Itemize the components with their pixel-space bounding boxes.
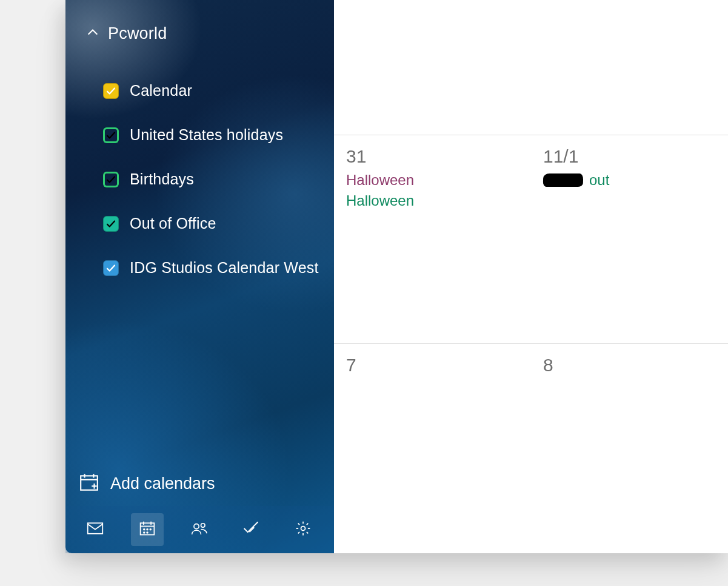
calendar-cell[interactable]: 7 <box>334 343 531 553</box>
calendar-item-label: Birthdays <box>130 170 194 188</box>
calendar-cell[interactable]: 11/1 out <box>531 135 728 343</box>
bottom-nav <box>65 506 334 553</box>
day-number: 31 <box>346 146 519 167</box>
calendar-event[interactable]: Halloween <box>346 172 519 189</box>
mail-button[interactable] <box>79 513 112 546</box>
day-number: 7 <box>346 355 519 376</box>
day-number: 11/1 <box>543 146 716 167</box>
calendar-list: CalendarUnited States holidaysBirthdaysO… <box>65 69 334 290</box>
event-text: Halloween <box>346 192 414 209</box>
calendar-row: 78 <box>334 343 728 553</box>
calendar-icon <box>139 520 156 539</box>
calendar-item-label: IDG Studios Calendar West <box>130 259 319 277</box>
calendar-item-label: Out of Office <box>130 215 216 232</box>
add-calendars-button[interactable]: Add calendars <box>65 463 334 503</box>
calendar-item[interactable]: Calendar <box>65 69 334 113</box>
calendar-item[interactable]: United States holidays <box>65 113 334 157</box>
gear-icon <box>295 520 312 539</box>
redacted-text <box>543 173 584 187</box>
calendar-item-label: Calendar <box>130 82 192 99</box>
event-text: out <box>589 172 609 189</box>
calendar-checkbox[interactable] <box>103 216 119 232</box>
calendar-item[interactable]: IDG Studios Calendar West <box>65 246 334 290</box>
todo-icon <box>242 520 259 539</box>
calendar-row <box>334 0 728 135</box>
calendar-row: 31HalloweenHalloween11/1 out <box>334 135 728 343</box>
calendar-event[interactable]: out <box>543 172 716 189</box>
settings-button[interactable] <box>287 513 319 546</box>
chevron-up-icon <box>86 26 99 42</box>
todo-button[interactable] <box>235 513 267 546</box>
calendar-button[interactable] <box>131 513 164 546</box>
calendar-cell[interactable]: 31HalloweenHalloween <box>334 135 531 343</box>
calendar-item[interactable]: Out of Office <box>65 201 334 246</box>
svg-point-18 <box>301 527 306 531</box>
svg-point-16 <box>193 524 198 529</box>
calendar-item[interactable]: Birthdays <box>65 157 334 201</box>
calendar-cell[interactable] <box>334 0 531 135</box>
svg-rect-0 <box>81 476 98 490</box>
sidebar-content: Pcworld CalendarUnited States holidaysBi… <box>65 0 334 463</box>
event-text: Halloween <box>346 172 414 189</box>
add-calendar-icon <box>79 472 99 495</box>
calendar-item-label: United States holidays <box>130 126 283 144</box>
people-button[interactable] <box>183 513 216 546</box>
mail-icon <box>87 520 104 539</box>
svg-point-17 <box>201 524 205 528</box>
sidebar: Pcworld CalendarUnited States holidaysBi… <box>65 0 334 553</box>
calendar-cell[interactable]: 8 <box>531 343 728 553</box>
svg-rect-6 <box>88 523 103 534</box>
calendar-checkbox[interactable] <box>103 172 119 187</box>
people-icon <box>191 520 208 539</box>
account-label: Pcworld <box>108 24 167 43</box>
add-calendars-label: Add calendars <box>110 474 215 493</box>
calendar-checkbox[interactable] <box>103 260 119 276</box>
calendar-checkbox[interactable] <box>103 83 119 99</box>
calendar-checkbox[interactable] <box>103 127 119 143</box>
calendar-event[interactable]: Halloween <box>346 192 519 209</box>
calendar-app-window: Pcworld CalendarUnited States holidaysBi… <box>65 0 728 553</box>
calendar-grid[interactable]: 31HalloweenHalloween11/1 out78 <box>334 0 728 553</box>
calendar-cell[interactable] <box>531 0 728 135</box>
day-number: 8 <box>543 355 716 376</box>
account-header[interactable]: Pcworld <box>65 18 334 49</box>
